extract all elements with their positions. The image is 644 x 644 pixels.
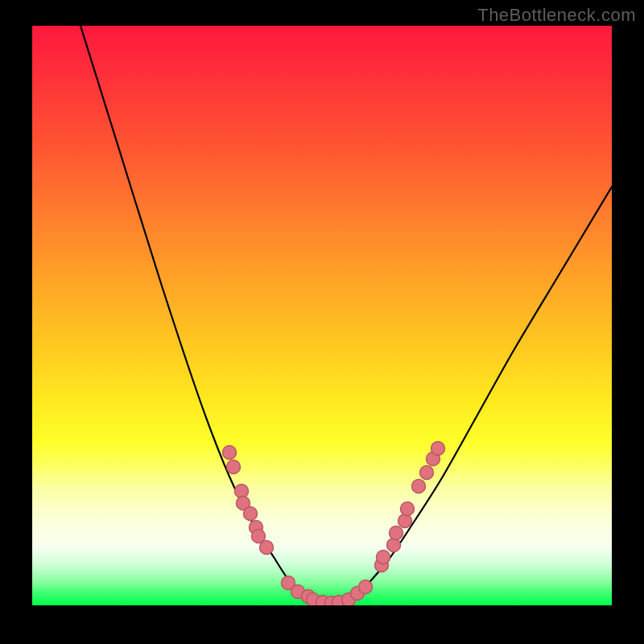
data-point <box>260 541 274 555</box>
chart-container: TheBottleneck.com <box>0 0 644 644</box>
data-point <box>401 502 415 516</box>
data-point <box>390 526 403 540</box>
data-point <box>235 485 249 498</box>
data-point <box>412 480 426 493</box>
data-point <box>377 551 390 564</box>
data-point <box>387 539 401 552</box>
chart-overlay <box>32 26 612 605</box>
data-points <box>223 442 445 606</box>
watermark-text: TheBottleneck.com <box>477 5 636 26</box>
bottleneck-curve <box>80 26 612 604</box>
data-point <box>227 460 241 474</box>
data-point <box>420 466 434 480</box>
data-point <box>398 514 412 528</box>
data-point <box>431 442 445 456</box>
plot-area <box>32 26 612 605</box>
data-point <box>223 446 237 460</box>
data-point <box>359 580 373 594</box>
data-point <box>244 507 258 521</box>
